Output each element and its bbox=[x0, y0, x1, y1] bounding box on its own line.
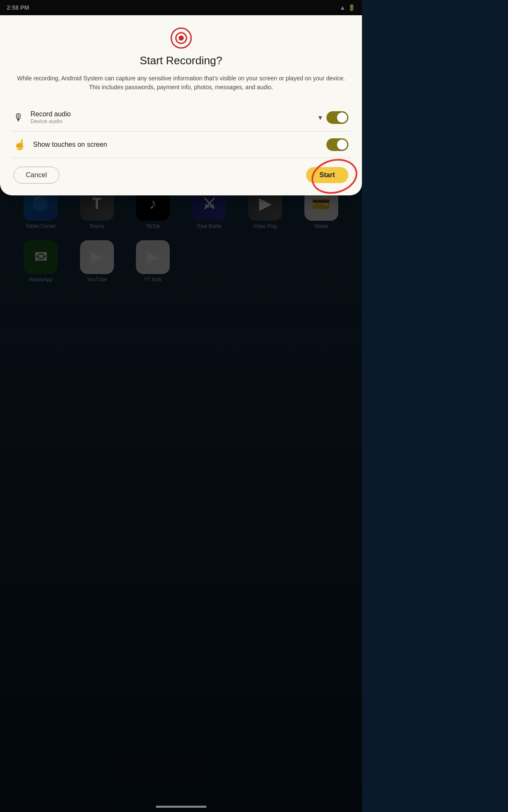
record-audio-right: ▾ bbox=[318, 111, 348, 124]
microphone-icon: 🎙 bbox=[14, 112, 24, 123]
show-touches-text: Show touches on screen bbox=[33, 141, 107, 148]
touch-icon: ☝ bbox=[14, 139, 26, 151]
dialog-description: While recording, Android System can capt… bbox=[12, 74, 350, 92]
show-touches-toggle[interactable] bbox=[326, 138, 348, 151]
dialog-title: Start Recording? bbox=[12, 54, 350, 67]
record-audio-title: Record audio bbox=[30, 110, 71, 118]
dialog-buttons: Cancel Start bbox=[12, 167, 350, 184]
show-touches-title: Show touches on screen bbox=[33, 141, 107, 148]
dropdown-arrow-icon[interactable]: ▾ bbox=[318, 113, 322, 122]
start-button[interactable]: Start bbox=[306, 167, 348, 183]
show-touches-right bbox=[326, 138, 348, 151]
record-audio-toggle[interactable] bbox=[326, 111, 348, 124]
record-circle-icon bbox=[172, 29, 190, 47]
start-recording-dialog: Start Recording? While recording, Androi… bbox=[0, 15, 362, 195]
start-button-wrapper: Start bbox=[306, 167, 348, 183]
record-audio-option: 🎙 Record audio Device audio ▾ bbox=[12, 104, 350, 132]
home-indicator[interactable] bbox=[156, 806, 207, 808]
record-dot bbox=[179, 36, 184, 41]
record-audio-left: 🎙 Record audio Device audio bbox=[14, 110, 71, 124]
show-touches-option: ☝ Show touches on screen bbox=[12, 132, 350, 158]
dialog-record-icon-wrapper bbox=[12, 29, 350, 47]
record-audio-text: Record audio Device audio bbox=[30, 110, 71, 124]
cancel-button[interactable]: Cancel bbox=[14, 167, 59, 184]
record-audio-subtitle: Device audio bbox=[30, 118, 71, 124]
show-touches-left: ☝ Show touches on screen bbox=[14, 139, 107, 151]
